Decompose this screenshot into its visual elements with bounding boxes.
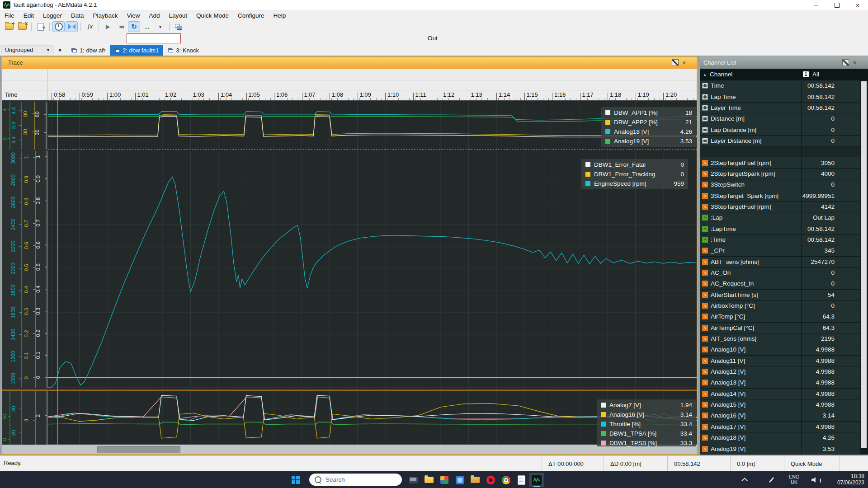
trace-panel-header[interactable]: Trace × <box>1 56 698 69</box>
clock[interactable]: 18:38 07/06/2023 <box>837 474 864 486</box>
scrollbar-thumb[interactable] <box>97 446 180 453</box>
layout-tab-bar: Ungrouped ▼ ◄ 1: dbw afr2: dbw faults13:… <box>0 45 868 56</box>
close-button[interactable]: × <box>847 0 868 10</box>
channel-row[interactable]: ↘Analog17 [V]4.9988 <box>700 422 860 432</box>
channel-row[interactable]: ↘AC_On0 <box>700 267 860 278</box>
channel-row[interactable]: ↘Analog11 [V]4.9988 <box>700 356 860 366</box>
close-log-button[interactable] <box>16 21 28 32</box>
start-button[interactable] <box>290 474 301 485</box>
taskbar-grid-icon[interactable] <box>437 473 452 487</box>
rewind-button[interactable]: ◀◀ <box>115 21 127 32</box>
channel-row[interactable]: Lap Time00:58.142 <box>700 91 860 102</box>
menu-item-edit[interactable]: Edit <box>19 11 38 20</box>
channel-name: Layer Distance [m] <box>711 137 762 144</box>
panel-close-icon[interactable]: × <box>853 60 856 66</box>
channel-row[interactable]: ↘2StepTargetSpark [rpm]4000 <box>700 169 860 179</box>
time-tick <box>330 93 330 100</box>
menu-item-quick-mode[interactable]: Quick Mode <box>192 11 233 20</box>
zoom-extents-button[interactable]: ↔ <box>141 21 153 32</box>
taskbar-chrome-icon[interactable] <box>498 473 514 487</box>
channel-row[interactable]: Time00:58.142 <box>700 80 860 91</box>
channel-row[interactable]: ↘Analog19 [V]3.53 <box>700 443 860 454</box>
channel-row[interactable]: ↘AirTemp [°C]64.3 <box>700 311 860 322</box>
pen-icon[interactable] <box>769 477 774 483</box>
channel-row[interactable]: Layer Distance [m]0 <box>700 136 860 146</box>
panel-options-icon[interactable] <box>842 59 849 66</box>
channel-row[interactable]: ↘AirboxTemp [°C]0 <box>700 300 860 311</box>
time-entry-input[interactable] <box>127 33 181 43</box>
math-channel-button[interactable]: ƒx <box>84 21 96 32</box>
channel-row[interactable]: ↘3StepTargetFuel [rpm]4142 <box>700 202 860 212</box>
channel-row[interactable]: ↘Analog12 [V]4.9988 <box>700 366 860 377</box>
group-selector[interactable]: Ungrouped ▼ <box>1 46 53 54</box>
maximize-button[interactable] <box>826 0 847 10</box>
channel-list-header[interactable]: Channel List × <box>700 56 868 69</box>
play-button[interactable]: ▶ <box>102 21 114 32</box>
loop-playback-button[interactable]: ↻ <box>128 21 140 32</box>
channel-row[interactable]: •:LapOut Lap <box>700 212 860 223</box>
channel-row[interactable]: ↘AIT_sens [ohms]2195 <box>700 333 860 344</box>
menu-item-logger[interactable]: Logger <box>38 11 66 20</box>
time-display-button[interactable] <box>52 21 65 32</box>
legend-top-strip[interactable]: DBW_APP1 [%]18DBW_APP2 [%]21Analog18 [V]… <box>601 107 696 147</box>
menu-item-layout[interactable]: Layout <box>164 11 192 20</box>
title-bar[interactable]: fault again.itlog - AEMdata 4.2.1 × <box>0 0 868 11</box>
zoom-dropdown-button[interactable]: ▾ <box>154 21 166 32</box>
tab-3-knock[interactable]: 3: Knock <box>163 45 203 56</box>
channel-row[interactable]: ↘AC_Request_In0 <box>700 278 860 289</box>
minimize-button[interactable] <box>806 0 826 10</box>
channel-list-scrollbar[interactable] <box>860 80 868 455</box>
channel-row[interactable]: ↘Analog14 [V]4.9988 <box>700 389 860 399</box>
open-log-button[interactable] <box>3 21 15 32</box>
channel-column-header[interactable]: ▲ Channel 1 All <box>700 69 868 81</box>
channel-row[interactable]: Distance [m]0 <box>700 113 860 124</box>
menu-item-file[interactable]: File <box>0 11 19 20</box>
channel-row[interactable]: ↘ABT_sens [ohms]2547270 <box>700 257 860 267</box>
legend-bottom-strip[interactable]: Analog7 [V]1.94Analog16 [V]3.14Throttle … <box>597 399 696 446</box>
menu-item-view[interactable]: View <box>122 11 144 20</box>
channel-row[interactable]: ↘Analog10 [V]4.9988 <box>700 344 860 355</box>
trace-horizontal-scrollbar[interactable] <box>1 445 698 454</box>
export-data-button[interactable] <box>34 21 47 32</box>
channel-row[interactable]: ↘AfterStartTime [s]54 <box>700 290 860 300</box>
menu-item-add[interactable]: Add <box>144 11 164 20</box>
menu-item-data[interactable]: Data <box>66 11 89 20</box>
menu-item-configure[interactable]: Configure <box>233 11 269 20</box>
filter-value[interactable]: All <box>812 71 819 78</box>
taskbar-notepad-icon[interactable] <box>514 473 529 487</box>
channel-row[interactable]: ↘Analog18 [V]4.26 <box>700 432 860 443</box>
menu-item-help[interactable]: Help <box>269 11 291 20</box>
channel-row[interactable]: ↘3StepTarget_Spark [rpm]4999.99951 <box>700 190 860 201</box>
legend-main-chart[interactable]: DBW1_Error_Fatal0DBW1_Error_Tracking0Eng… <box>581 159 688 189</box>
channel-row[interactable]: •:LapTime00:58.142 <box>700 223 860 234</box>
fit-markers-button[interactable] <box>66 21 78 32</box>
channel-row[interactable]: ↘2StepTargetFuel [rpm]3050 <box>700 157 860 168</box>
channel-row[interactable]: ↘Analog15 [V]4.9988 <box>700 399 860 410</box>
taskbar-opera-icon[interactable] <box>483 473 498 487</box>
scrollbar-thumb[interactable] <box>861 81 867 448</box>
channel-row[interactable]: ↘Analog16 [V]3.14 <box>700 410 860 421</box>
taskbar-bluestacks-icon[interactable] <box>452 473 467 487</box>
channel-row[interactable]: Lap Distance [m]0 <box>700 124 860 135</box>
tab-scroll-left-icon[interactable]: ◄ <box>57 47 62 52</box>
tray-overflow-icon[interactable] <box>741 478 748 484</box>
taskbar-window-icon[interactable] <box>406 473 421 487</box>
trace-chart[interactable]: 424.43.93.480308030300028002600240022002… <box>1 100 698 445</box>
channel-row[interactable]: ↘_CPr345 <box>700 245 860 256</box>
language-indicator[interactable]: ENG UK <box>789 474 799 485</box>
channel-row[interactable]: ↘Analog13 [V]4.9988 <box>700 377 860 388</box>
channel-row[interactable]: •:Time00:58.142 <box>700 235 860 245</box>
tab-2-dbw-faults1[interactable]: 2: dbw faults1 <box>110 45 163 56</box>
taskbar-aemdata-icon[interactable] <box>529 473 544 487</box>
channel-row[interactable]: ↘3StepSwitch0 <box>700 179 860 190</box>
channel-row[interactable]: ↘AirTempCal [°C]64.3 <box>700 323 860 333</box>
channel-row[interactable]: Layer Time00:58.142 <box>700 103 860 113</box>
panel-options-icon[interactable] <box>672 59 679 66</box>
menu-item-playback[interactable]: Playback <box>89 11 123 20</box>
taskbar-folder-icon[interactable] <box>421 473 437 487</box>
panel-close-icon[interactable]: × <box>682 60 686 66</box>
taskbar-search[interactable]: Search <box>309 474 402 486</box>
new-display-button[interactable] <box>172 21 184 32</box>
tab-1-dbw-afr[interactable]: 1: dbw afr <box>67 45 110 56</box>
taskbar-folder2-icon[interactable] <box>467 473 483 487</box>
